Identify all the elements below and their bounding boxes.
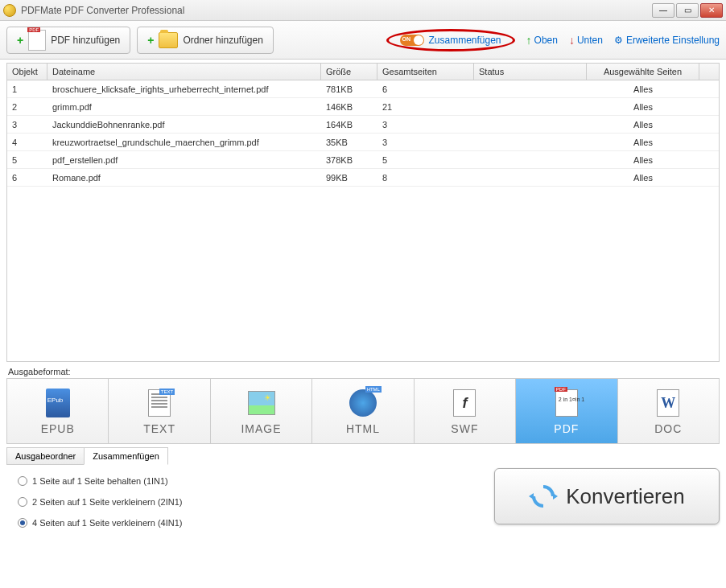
tab-content-merge: 1 Seite auf 1 Seite behalten (1IN1) 2 Se… bbox=[6, 465, 488, 550]
radio-label: 2 Seiten auf 1 Seite verkleinern (2IN1) bbox=[32, 497, 183, 507]
format-text[interactable]: TEXT bbox=[109, 379, 210, 443]
radio-icon bbox=[18, 518, 27, 528]
table-row[interactable]: 2grimm.pdf146KB21Alles bbox=[7, 98, 719, 116]
cell-size: 378KB bbox=[321, 154, 377, 167]
cell-filename: kreuzwortraetsel_grundschule_maerchen_gr… bbox=[47, 136, 321, 149]
epub-icon bbox=[42, 387, 74, 419]
format-image[interactable]: IMAGE bbox=[211, 379, 312, 443]
table-row[interactable]: 3JackunddieBohnenranke.pdf164KB3Alles bbox=[7, 116, 719, 134]
col-pages[interactable]: Gesamtseiten bbox=[377, 64, 474, 80]
cell-size: 146KB bbox=[321, 101, 377, 113]
output-formats: EPUBTEXTIMAGEHTMLfSWFPDFDOC bbox=[6, 378, 720, 444]
tab-merge[interactable]: Zusammenfügen bbox=[84, 447, 168, 465]
format-swf[interactable]: fSWF bbox=[415, 379, 516, 443]
convert-icon bbox=[529, 482, 558, 511]
advanced-settings-button[interactable]: ⚙ Erweiterte Einstellung bbox=[614, 35, 720, 46]
cell-size: 35KB bbox=[321, 136, 377, 149]
format-label: DOC bbox=[654, 422, 682, 435]
cell-pages: 5 bbox=[377, 154, 474, 167]
col-status[interactable]: Status bbox=[474, 64, 587, 80]
maximize-button[interactable]: ▭ bbox=[676, 3, 699, 18]
table-row[interactable]: 6Romane.pdf99KB8Alles bbox=[7, 169, 719, 187]
format-label: IMAGE bbox=[241, 422, 281, 435]
format-doc[interactable]: DOC bbox=[618, 379, 719, 443]
minimize-button[interactable]: — bbox=[652, 3, 674, 18]
move-down-button[interactable]: ↓ Unten bbox=[569, 34, 603, 47]
text-icon bbox=[143, 387, 175, 419]
radio-1in1[interactable]: 1 Seite auf 1 Seite behalten (1IN1) bbox=[18, 476, 476, 486]
cell-index: 5 bbox=[7, 154, 47, 167]
format-label: EPUB bbox=[41, 422, 75, 435]
cell-selected: Alles bbox=[587, 154, 699, 167]
svg-marker-0 bbox=[553, 493, 558, 500]
col-filename[interactable]: Dateiname bbox=[47, 64, 321, 80]
app-icon bbox=[3, 4, 16, 17]
cell-size: 781KB bbox=[321, 83, 377, 96]
add-folder-button[interactable]: + Ordner hinzufügen bbox=[137, 27, 274, 54]
cell-size: 99KB bbox=[321, 171, 377, 184]
pdf-file-icon bbox=[28, 30, 46, 51]
table-row[interactable]: 4kreuzwortraetsel_grundschule_maerchen_g… bbox=[7, 134, 719, 151]
radio-4in1[interactable]: 4 Seiten auf 1 Seite verkleinern (4IN1) bbox=[18, 518, 476, 528]
cell-size: 164KB bbox=[321, 118, 377, 131]
cell-filename: broschuere_klicksafe_irights_urheberrech… bbox=[47, 83, 321, 96]
cell-index: 1 bbox=[7, 83, 47, 96]
html-icon bbox=[347, 387, 379, 419]
tab-output-folder[interactable]: Ausgabeordner bbox=[6, 447, 85, 465]
cell-selected: Alles bbox=[587, 101, 699, 113]
bottom-panel: Ausgabeordner Zusammenfügen 1 Seite auf … bbox=[6, 447, 720, 550]
convert-button[interactable]: Konvertieren bbox=[494, 468, 720, 524]
toggle-on-label: ON bbox=[402, 36, 411, 42]
col-size[interactable]: Größe bbox=[321, 64, 377, 80]
add-pdf-label: PDF hinzufügen bbox=[51, 35, 120, 46]
format-epub[interactable]: EPUB bbox=[7, 379, 109, 443]
titlebar: PDFMate PDF Converter Professional — ▭ ✕ bbox=[0, 0, 726, 21]
col-object[interactable]: Objekt bbox=[7, 64, 47, 80]
table-header: Objekt Dateiname Größe Gesamtseiten Stat… bbox=[7, 64, 719, 80]
format-html[interactable]: HTML bbox=[312, 379, 414, 443]
add-folder-label: Ordner hinzufügen bbox=[183, 35, 262, 46]
image-icon bbox=[245, 387, 278, 419]
cell-filename: pdf_erstellen.pdf bbox=[47, 154, 321, 167]
add-pdf-button[interactable]: + PDF hinzufügen bbox=[6, 27, 130, 54]
cell-selected: Alles bbox=[587, 118, 699, 131]
file-table: Objekt Dateiname Größe Gesamtseiten Stat… bbox=[6, 63, 720, 362]
plus-icon: + bbox=[17, 34, 23, 47]
output-format-label: Ausgabeformat: bbox=[8, 367, 718, 376]
cell-selected: Alles bbox=[587, 136, 699, 149]
svg-marker-1 bbox=[529, 493, 534, 500]
cell-pages: 8 bbox=[377, 171, 474, 184]
up-label: Oben bbox=[534, 35, 558, 46]
format-label: TEXT bbox=[143, 422, 175, 435]
bottom-left: Ausgabeordner Zusammenfügen 1 Seite auf … bbox=[6, 447, 488, 550]
table-body: 1broschuere_klicksafe_irights_urheberrec… bbox=[7, 80, 719, 361]
radio-2in1[interactable]: 2 Seiten auf 1 Seite verkleinern (2IN1) bbox=[18, 497, 476, 507]
merge-label: Zusammenfügen bbox=[429, 35, 501, 46]
arrow-up-icon: ↑ bbox=[526, 34, 532, 47]
cell-selected: Alles bbox=[587, 171, 699, 184]
cell-status bbox=[474, 158, 587, 162]
close-button[interactable]: ✕ bbox=[700, 3, 723, 18]
swf-icon: f bbox=[448, 387, 481, 419]
cell-status bbox=[474, 176, 587, 179]
table-row[interactable]: 5pdf_erstellen.pdf378KB5Alles bbox=[7, 151, 719, 169]
gear-icon: ⚙ bbox=[614, 35, 623, 46]
cell-status bbox=[474, 123, 587, 126]
cell-status bbox=[474, 141, 587, 144]
folder-icon bbox=[159, 32, 178, 48]
window-buttons: — ▭ ✕ bbox=[652, 3, 723, 18]
settings-label: Erweiterte Einstellung bbox=[626, 35, 720, 46]
cell-filename: JackunddieBohnenranke.pdf bbox=[47, 118, 321, 131]
radio-icon bbox=[18, 497, 27, 507]
col-selected[interactable]: Ausgewählte Seiten bbox=[587, 64, 699, 80]
merge-toggle[interactable]: ON bbox=[400, 35, 424, 46]
cell-pages: 21 bbox=[377, 101, 474, 113]
format-label: HTML bbox=[346, 422, 380, 435]
radio-icon bbox=[18, 476, 27, 486]
cell-index: 4 bbox=[7, 136, 47, 149]
merge-toggle-highlight: ON Zusammenfügen bbox=[386, 29, 515, 51]
cell-pages: 3 bbox=[377, 136, 474, 149]
format-pdf[interactable]: PDF bbox=[516, 379, 617, 443]
move-up-button[interactable]: ↑ Oben bbox=[526, 34, 558, 47]
table-row[interactable]: 1broschuere_klicksafe_irights_urheberrec… bbox=[7, 80, 719, 98]
